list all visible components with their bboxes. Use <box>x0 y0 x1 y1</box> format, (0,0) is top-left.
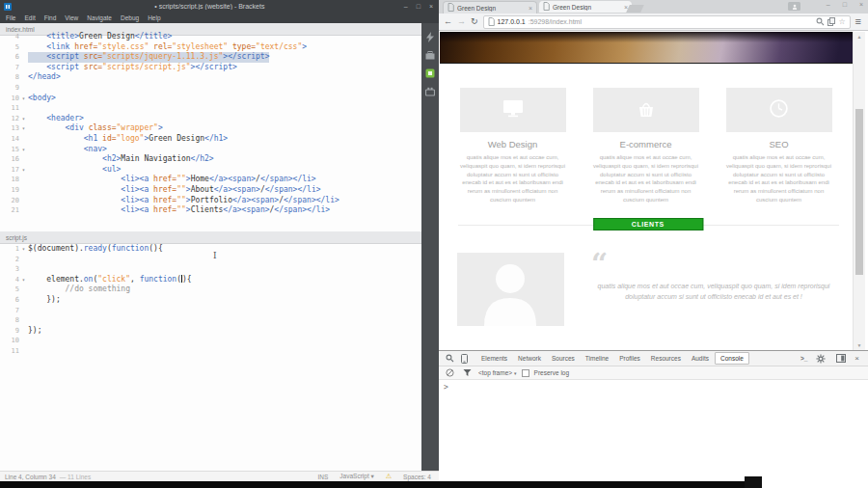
code-line[interactable]: 3 <box>0 264 421 275</box>
gear-icon[interactable] <box>814 354 827 364</box>
menu-edit[interactable]: Edit <box>24 14 35 21</box>
back-icon[interactable]: ← <box>444 17 452 26</box>
code-line[interactable]: 1▾$(document).ready(function(){ <box>0 244 421 255</box>
code-line[interactable]: 4 <title>Green Design</title> <box>0 32 421 42</box>
fold-arrow-icon[interactable]: ▾ <box>19 244 28 255</box>
menu-navigate[interactable]: Navigate <box>87 14 112 21</box>
live-preview-icon[interactable] <box>425 32 435 42</box>
fold-arrow-icon[interactable]: ▾ <box>19 123 28 134</box>
bookmarks-icon[interactable] <box>827 17 835 26</box>
code-line[interactable]: 10▾<body> <box>0 94 421 104</box>
code-line[interactable]: 9}); <box>0 326 421 337</box>
menu-file[interactable]: File <box>6 14 15 21</box>
page-scrollbar[interactable]: ▲ ▼ <box>853 32 865 350</box>
console-output[interactable]: > <box>439 380 868 394</box>
extract-icon[interactable] <box>425 51 435 60</box>
code-line[interactable]: 20 <li><a href="">Portfolio</a><span>/</… <box>0 196 421 206</box>
scroll-down-icon[interactable]: ▼ <box>854 342 865 348</box>
minimize-button[interactable]: – <box>827 1 830 8</box>
clients-button[interactable]: CLIENTS <box>593 218 703 230</box>
fold-arrow-icon[interactable]: ▾ <box>19 275 28 285</box>
tab-close-icon[interactable]: × <box>529 5 532 12</box>
lint-warning-icon[interactable]: ⚠ <box>386 473 392 480</box>
fold-arrow-icon[interactable]: ▾ <box>19 165 28 176</box>
devtools-tab-network[interactable]: Network <box>513 353 546 364</box>
preserve-log-checkbox[interactable] <box>522 369 529 377</box>
devtools-tab-timeline[interactable]: Timeline <box>581 353 613 364</box>
fold-arrow-icon[interactable]: ▾ <box>19 114 28 124</box>
filter-icon[interactable] <box>461 368 474 377</box>
console-drawer-icon[interactable]: >_ <box>800 355 807 362</box>
code-line[interactable]: 7 <script src="scripts/script.js"></scri… <box>0 63 421 73</box>
code-line[interactable]: 16 <h2>Main Navigation</h2> <box>0 154 421 165</box>
devtools-tab-elements[interactable]: Elements <box>476 353 512 364</box>
scroll-up-icon[interactable]: ▲ <box>854 34 865 40</box>
indent-setting[interactable]: Spaces: 4 <box>403 474 431 480</box>
minimize-button[interactable]: – <box>404 3 408 10</box>
code-line[interactable]: 9 <box>0 83 421 94</box>
menu-debug[interactable]: Debug <box>121 14 139 21</box>
code-line[interactable]: 14 <h1 id="logo">Green Design</h1> <box>0 134 421 145</box>
maximize-button[interactable]: □ <box>417 3 420 10</box>
search-icon[interactable] <box>816 17 825 26</box>
code-line[interactable]: 10 <box>0 336 421 346</box>
devtools-tab-resources[interactable]: Resources <box>646 353 686 364</box>
code-line[interactable]: 21 <li><a href="">Clients</a><span>/</sp… <box>0 205 421 216</box>
profile-button[interactable] <box>788 2 800 11</box>
devtools-tab-profiles[interactable]: Profiles <box>614 353 645 364</box>
code-line[interactable]: 8</head> <box>0 72 421 83</box>
code-line[interactable]: 7 <box>0 306 421 316</box>
devtools-tab-audits[interactable]: Audits <box>687 353 714 364</box>
clear-console-icon[interactable] <box>444 368 456 377</box>
new-tab-button[interactable] <box>626 5 644 13</box>
forward-icon[interactable]: → <box>457 17 466 26</box>
menu-icon[interactable]: ≡ <box>855 16 863 27</box>
devtools-tab-sources[interactable]: Sources <box>547 353 580 364</box>
code-line[interactable]: 15▾ <nav> <box>0 145 421 155</box>
menu-help[interactable]: Help <box>148 14 160 21</box>
address-bar[interactable]: 127.0.0.1:59298/index.html ☆ <box>483 15 851 29</box>
browser-tab[interactable]: Green Design× <box>443 1 537 14</box>
extension-manager-icon[interactable] <box>425 87 435 96</box>
dock-side-icon[interactable] <box>834 354 848 363</box>
code-line[interactable]: 6 <script src="scripts/jquery-1.11.3.js"… <box>0 52 421 63</box>
brackets-titlebar[interactable]: • scripts/script.js (website) - Brackets… <box>0 0 439 13</box>
health-report-icon[interactable] <box>425 68 435 78</box>
star-icon[interactable]: ☆ <box>838 17 845 26</box>
fold-arrow-icon[interactable]: ▾ <box>19 145 28 155</box>
devtools-tab-console[interactable]: Console <box>715 352 749 365</box>
code-line[interactable]: 5 //do something <box>0 285 421 295</box>
frame-selector[interactable]: <top frame> ▾ <box>478 369 517 376</box>
code-pane-html[interactable]: 4 <title>Green Design</title>5 <link hre… <box>0 32 421 216</box>
code-line[interactable]: 8 <box>0 315 421 326</box>
browser-tab[interactable]: Green Design× <box>539 1 632 13</box>
inspect-search-icon[interactable] <box>444 354 456 363</box>
code-line[interactable]: 6 }); <box>0 295 421 306</box>
code-pane-js[interactable]: 1▾$(document).ready(function(){234▾ elem… <box>0 244 421 357</box>
code-line[interactable]: 4▾ element.on("click", function(){ <box>0 275 421 285</box>
menu-view[interactable]: View <box>65 14 78 21</box>
maximize-button[interactable]: □ <box>843 1 847 8</box>
code-line[interactable]: 13▾ <div class="wrapper"> <box>0 123 421 134</box>
code-token: </title> <box>135 32 173 41</box>
pane-header-script-js[interactable]: script.js <box>0 231 421 244</box>
insert-mode-indicator[interactable]: INS <box>318 474 329 480</box>
menu-find[interactable]: Find <box>44 14 57 21</box>
fold-arrow-icon[interactable]: ▾ <box>19 94 28 104</box>
code-line[interactable]: 18 <li><a href="">Home</a><span>/</span>… <box>0 175 421 185</box>
code-line[interactable]: 2 <box>0 255 421 265</box>
code-line[interactable]: 11 <box>0 346 421 357</box>
device-mode-icon[interactable] <box>459 354 470 364</box>
code-line[interactable]: 12▾ <header> <box>0 114 421 124</box>
code-line[interactable]: 19 <li><a href="">About</a><span>/</span… <box>0 185 421 196</box>
close-button[interactable]: × <box>429 3 433 10</box>
scrollbar-thumb[interactable] <box>855 109 863 275</box>
refresh-icon[interactable]: ↻ <box>471 17 478 26</box>
language-selector[interactable]: JavaScript ▾ <box>339 473 373 480</box>
browser-tab-strip: Green Design×Green Design× – □ × <box>439 0 868 14</box>
close-button[interactable]: × <box>859 1 863 8</box>
devtools-close-icon[interactable]: × <box>854 354 859 363</box>
code-line[interactable]: 5 <link href="style.css" rel="stylesheet… <box>0 42 421 53</box>
code-line[interactable]: 11 <box>0 103 421 114</box>
code-line[interactable]: 17▾ <ul> <box>0 165 421 176</box>
